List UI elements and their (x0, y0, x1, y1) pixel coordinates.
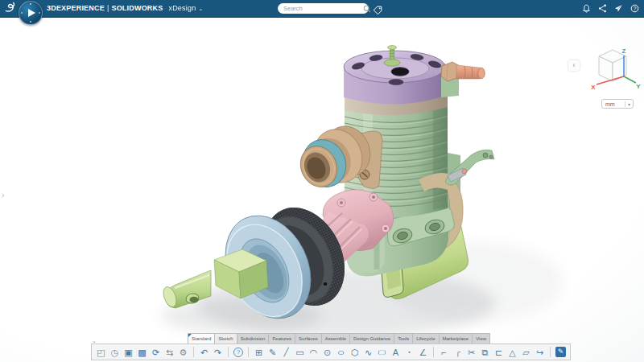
fillet-icon[interactable]: ⌐ (439, 347, 449, 358)
search-icon[interactable] (363, 5, 371, 13)
circle-icon[interactable]: ⊙ (322, 347, 332, 358)
3ds-logo[interactable] (4, 2, 18, 15)
modify-sketch-icon[interactable]: ✎ (267, 347, 278, 358)
sync-icon[interactable]: ⟳ (151, 347, 161, 358)
slot-icon[interactable]: ▢ (377, 348, 387, 355)
trim-icon[interactable]: ✂ (466, 347, 477, 358)
undo-icon[interactable]: ↶ (199, 347, 209, 358)
tab-assemble[interactable]: Assemble (322, 333, 350, 343)
svg-text:?: ? (634, 6, 637, 11)
exit-sketch-icon[interactable]: ✎ (555, 347, 566, 357)
glow-plug-hole[interactable] (391, 68, 409, 76)
intersection-curve-icon[interactable]: ↪ (535, 347, 545, 358)
action-bar-tabs: Standard Sketch Subdivision Features Sur… (188, 333, 490, 343)
module-switcher[interactable]: xDesign⌄ (168, 4, 203, 12)
x-axis-label: X (591, 84, 596, 91)
toolbar-separator (228, 347, 229, 357)
compass-play-icon (28, 9, 35, 17)
tag-icon[interactable] (373, 6, 382, 15)
import-export-icon[interactable]: ⇆ (164, 347, 175, 358)
ellipse-icon[interactable]: ○ (333, 347, 349, 358)
brand-divider: | (107, 4, 109, 12)
tab-subdivision[interactable]: Subdivision (237, 333, 270, 343)
tab-tools[interactable]: Tools (394, 333, 413, 343)
search-box[interactable] (278, 3, 369, 14)
bell-icon[interactable] (582, 4, 591, 13)
pattern-icon[interactable]: ⧉ (480, 347, 490, 358)
share-icon[interactable] (598, 4, 607, 13)
toolbar-separator (193, 347, 194, 357)
toolbar-separator (433, 347, 434, 357)
rectangle-icon[interactable]: ▭ (295, 347, 305, 358)
project-geometry-icon[interactable]: ▱ (521, 347, 531, 358)
polygon-icon[interactable]: ⬡ (349, 347, 360, 358)
arc-icon[interactable]: ◠ (308, 347, 319, 358)
help-icon[interactable]: ? (233, 348, 243, 357)
save-icon[interactable]: ▣ (123, 347, 134, 358)
units-dropdown-arrow-icon: ▾ (625, 101, 633, 107)
action-toolbar-icons: ◰◷▣▩⟳⇆⚙↶↷?⊞✎╱▭◠⊙○⬡∿▢A▪∠⌐╭✂⧉⊏△▱↪✎ (91, 343, 571, 360)
y-axis[interactable] (624, 76, 636, 83)
topbar-action-icons: ? (582, 0, 639, 17)
tab-standard[interactable]: Standard (188, 333, 215, 343)
toolbar-separator (550, 347, 551, 357)
tab-surfaces[interactable]: Surfaces (295, 333, 322, 343)
open-recent-icon[interactable]: ◷ (109, 347, 120, 358)
engine-assembly-model[interactable] (0, 17, 644, 362)
line-icon[interactable]: ╱ (281, 347, 291, 358)
y-axis-label: Y (636, 83, 641, 90)
tab-design-guidance[interactable]: Design Guidance (350, 333, 394, 343)
search-input[interactable] (278, 5, 363, 12)
toolbar-collapse-icon[interactable]: ⌄ (92, 338, 97, 344)
airplane-icon[interactable] (614, 4, 623, 13)
orientation-triad[interactable]: Z X Y (586, 46, 642, 99)
expand-panel-arrow-icon[interactable]: › (2, 191, 4, 200)
brand-3dexperience: 3DEXPERIENCE (47, 4, 105, 12)
tab-lifecycle[interactable]: Lifecycle (413, 333, 439, 343)
extend-icon[interactable]: ╭ (452, 347, 463, 358)
tab-features[interactable]: Features (269, 333, 295, 343)
settings-icon[interactable]: ⚙ (178, 347, 188, 358)
tab-sketch[interactable]: Sketch (215, 333, 237, 343)
units-dropdown[interactable]: mm ▾ (601, 99, 634, 109)
redo-icon[interactable]: ↷ (213, 347, 223, 358)
compass-cardinal-dots (30, 3, 31, 5)
insert-component-icon[interactable]: ◰ (96, 347, 106, 358)
offset-icon[interactable]: ⊏ (493, 347, 504, 358)
sketch-grid-icon[interactable]: ⊞ (254, 347, 264, 358)
part-cylinder-head[interactable] (344, 46, 445, 105)
convert-entities-icon[interactable]: △ (507, 347, 518, 358)
tab-marketplace[interactable]: Marketplace (440, 333, 473, 343)
brand-solidworks: SOLIDWORKS (111, 4, 163, 12)
graphics-viewport[interactable]: › ‹ Z X Y mm ▾ (0, 17, 644, 362)
app-title: 3DEXPERIENCE|SOLIDWORKSxDesign⌄ (47, 0, 203, 17)
toolbar-separator (248, 347, 249, 357)
top-app-bar: 3DEXPERIENCE|SOLIDWORKSxDesign⌄ (0, 0, 644, 18)
application-window: › ‹ Z X Y mm ▾ 3DEXPERIENCE|SOLIDWORKSxD… (0, 0, 644, 362)
chamfer-icon[interactable]: ∠ (418, 347, 428, 358)
3dexperience-compass-button[interactable] (19, 1, 43, 25)
spline-icon[interactable]: ∿ (363, 347, 374, 358)
help-icon[interactable]: ? (630, 4, 639, 13)
z-axis-label: Z (622, 47, 626, 55)
text-icon[interactable]: A (390, 347, 401, 358)
save-as-icon[interactable]: ▩ (137, 347, 147, 358)
part-exhaust-fitting[interactable] (441, 62, 485, 97)
tab-view[interactable]: View (473, 333, 490, 343)
triad-collapse-button[interactable]: ‹ (568, 60, 580, 71)
units-value: mm (602, 101, 625, 107)
chevron-down-icon: ⌄ (198, 6, 203, 11)
point-icon[interactable]: ▪ (404, 347, 415, 358)
